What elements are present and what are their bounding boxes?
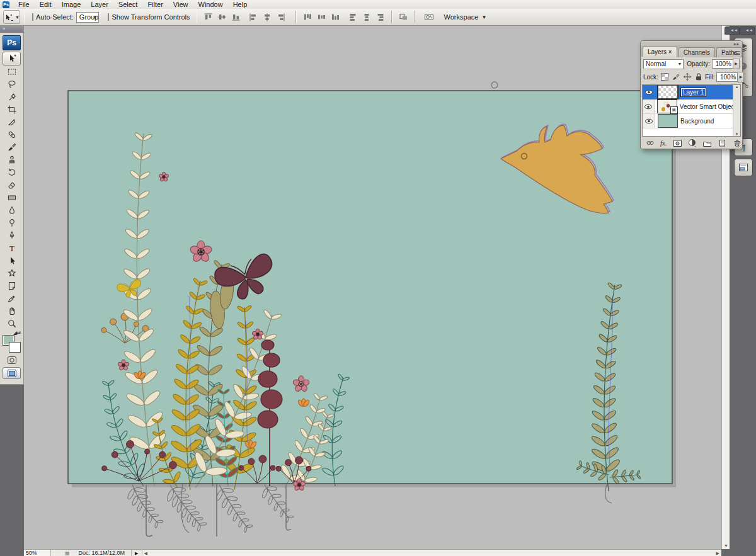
- layer-name-edit-field[interactable]: Layer 1: [680, 88, 706, 97]
- distribute-top-edges-button[interactable]: [301, 11, 314, 23]
- show-transform-checkbox[interactable]: [108, 13, 109, 21]
- align-tools-group: [201, 11, 410, 23]
- screen-mode-button[interactable]: [3, 367, 21, 379]
- dodge-tool[interactable]: [3, 217, 21, 229]
- rectangular-marquee-tool[interactable]: [3, 65, 21, 78]
- blend-mode-dropdown[interactable]: Normal▼: [643, 59, 684, 69]
- healing-brush-tool[interactable]: [3, 128, 21, 141]
- fill-field[interactable]: 100%▶: [716, 72, 744, 82]
- history-brush-tool[interactable]: [3, 166, 21, 179]
- blur-tool[interactable]: [3, 204, 21, 217]
- dock-collapse-button-2[interactable]: ◄◄: [740, 26, 755, 35]
- path-selection-tool[interactable]: [3, 254, 21, 267]
- distribute-left-edges-button[interactable]: [346, 11, 360, 23]
- menu-edit[interactable]: Edit: [35, 0, 57, 9]
- distribute-vertical-centers-button[interactable]: [314, 11, 328, 23]
- zoom-level-field[interactable]: 50%: [24, 550, 51, 556]
- scroll-down-arrow[interactable]: ▼: [724, 542, 728, 549]
- layer-style-icon[interactable]: fx.: [660, 139, 667, 147]
- distribute-right-edges-button[interactable]: [374, 11, 387, 23]
- quick-mask-button[interactable]: [3, 354, 21, 366]
- align-top-edges-button[interactable]: [201, 11, 215, 23]
- lock-position-icon[interactable]: [683, 72, 692, 82]
- toolbar-collapse-header[interactable]: »: [0, 25, 23, 33]
- menu-layer[interactable]: Layer: [86, 0, 113, 9]
- fill-slider-arrow[interactable]: ▶: [738, 72, 744, 82]
- scroll-right-arrow[interactable]: ▶: [714, 551, 721, 556]
- auto-align-layers-button[interactable]: [396, 11, 410, 23]
- layer-row-layer-1[interactable]: Layer 1: [643, 85, 740, 99]
- distribute-horizontal-centers-button[interactable]: [360, 11, 374, 23]
- brush-tool[interactable]: [3, 141, 21, 154]
- gradient-tool[interactable]: [3, 191, 21, 204]
- auto-select-dropdown[interactable]: Group▼: [76, 12, 100, 23]
- opacity-slider-arrow[interactable]: ▶: [733, 59, 740, 69]
- new-layer-icon[interactable]: [718, 139, 727, 147]
- layer-visibility-eye-icon[interactable]: [643, 99, 655, 113]
- crop-tool[interactable]: [3, 103, 21, 116]
- layer-thumbnail[interactable]: [658, 85, 678, 99]
- zoom-tool[interactable]: [3, 317, 21, 330]
- eraser-tool[interactable]: [3, 179, 21, 191]
- align-left-edges-button[interactable]: [246, 11, 260, 23]
- menu-filter[interactable]: Filter: [142, 0, 168, 9]
- go-to-bridge-button[interactable]: [424, 12, 434, 23]
- eyedropper-tool[interactable]: [3, 292, 21, 305]
- layer-comps-panel-icon[interactable]: [734, 159, 753, 176]
- align-right-edges-button[interactable]: [274, 11, 288, 23]
- align-vertical-centers-button[interactable]: [215, 11, 229, 23]
- align-horizontal-centers-button[interactable]: [260, 11, 274, 23]
- type-tool[interactable]: T: [3, 242, 21, 254]
- lasso-tool[interactable]: [3, 78, 21, 91]
- new-group-icon[interactable]: [702, 139, 712, 147]
- photoshop-logo-button[interactable]: Ps: [3, 35, 21, 50]
- align-bottom-edges-button[interactable]: [229, 11, 243, 23]
- menu-window[interactable]: Window: [193, 0, 228, 9]
- layer-thumbnail[interactable]: [658, 114, 678, 128]
- menu-view[interactable]: View: [168, 0, 193, 9]
- layer-thumbnail[interactable]: ▤: [657, 99, 677, 113]
- menu-select[interactable]: Select: [113, 0, 143, 9]
- tab-channels[interactable]: Channels: [679, 47, 715, 57]
- layer-row-vector-smart-object[interactable]: ▤Vector Smart Object: [643, 99, 740, 114]
- default-colors-icon[interactable]: ◢⇄: [13, 330, 21, 336]
- layer-visibility-eye-icon[interactable]: [643, 85, 655, 99]
- lock-transparent-pixels-icon[interactable]: [660, 72, 669, 82]
- layer-visibility-eye-icon[interactable]: [643, 114, 655, 128]
- status-options-arrow[interactable]: ▶: [132, 550, 142, 556]
- custom-shape-tool[interactable]: [3, 267, 21, 280]
- scroll-left-arrow[interactable]: ◀: [142, 551, 149, 556]
- opacity-field[interactable]: 100%▶: [712, 59, 740, 69]
- document-canvas-area[interactable]: [24, 25, 721, 549]
- notes-tool[interactable]: [3, 280, 21, 292]
- scroll-up-arrow[interactable]: ▲: [735, 85, 739, 89]
- clone-stamp-tool[interactable]: [3, 154, 21, 166]
- pen-tool[interactable]: [3, 229, 21, 242]
- workspace-button[interactable]: Workspace▼: [439, 12, 492, 22]
- adjustment-layer-icon[interactable]: [688, 139, 697, 147]
- hand-tool[interactable]: [3, 305, 21, 317]
- layer-row-background[interactable]: Background: [643, 114, 740, 128]
- menu-image[interactable]: Image: [57, 0, 86, 9]
- move-tool[interactable]: [3, 52, 21, 65]
- layer-list-scrollbar[interactable]: ▲ ▼: [733, 85, 740, 136]
- menu-file[interactable]: File: [13, 0, 35, 9]
- lock-image-pixels-icon[interactable]: [672, 72, 680, 82]
- menu-help[interactable]: Help: [228, 0, 253, 9]
- add-layer-mask-icon[interactable]: [673, 139, 682, 147]
- dock-collapse-button[interactable]: ◄◄: [724, 26, 740, 35]
- horizontal-scrollbar[interactable]: ◀ ▶: [142, 550, 722, 556]
- lock-all-icon[interactable]: [694, 72, 703, 82]
- move-tool-preset-button[interactable]: ▼: [3, 10, 20, 24]
- distribute-bottom-edges-button[interactable]: [328, 11, 342, 23]
- auto-select-checkbox[interactable]: [32, 13, 33, 21]
- panel-resize-grip[interactable]: [736, 142, 742, 148]
- tab-layers[interactable]: Layers ×: [643, 46, 677, 57]
- slice-tool[interactable]: [3, 116, 21, 128]
- quick-selection-tool[interactable]: [3, 91, 21, 103]
- panel-menu-icon[interactable]: ▾☰: [733, 50, 740, 56]
- scroll-down-arrow[interactable]: ▼: [735, 132, 739, 136]
- document-size-info[interactable]: Doc: 16.1M/12.0M: [72, 550, 132, 556]
- link-layers-icon[interactable]: [646, 139, 655, 147]
- background-color-swatch[interactable]: [9, 342, 21, 353]
